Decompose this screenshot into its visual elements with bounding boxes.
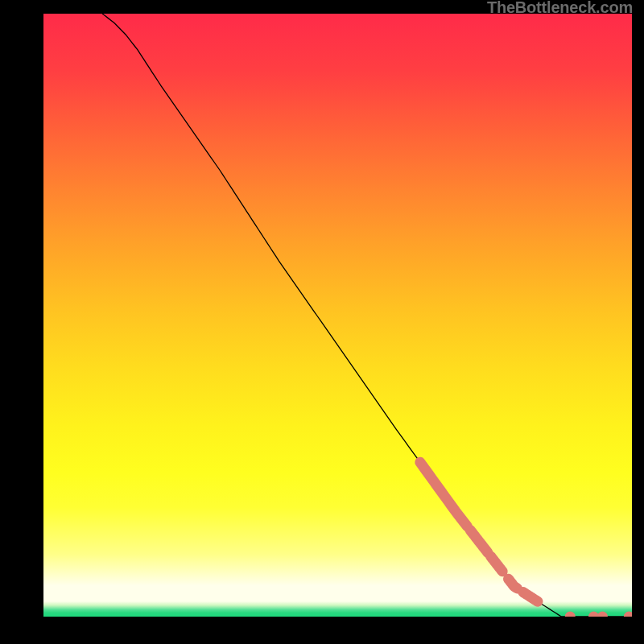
highlight-dot: [597, 612, 608, 617]
chart-frame: TheBottleneck.com: [0, 0, 644, 644]
highlight-dot: [565, 612, 576, 617]
main-curve: [102, 14, 632, 617]
plot-area: [43, 14, 632, 617]
curve-layer: [43, 14, 632, 617]
highlight-segment: [508, 579, 517, 588]
highlight-segment: [470, 530, 488, 552]
highlight-group: [420, 462, 632, 617]
highlight-segment: [523, 592, 538, 602]
highlight-dot: [624, 612, 632, 617]
highlight-segment: [420, 462, 467, 526]
highlight-segment: [491, 556, 503, 572]
